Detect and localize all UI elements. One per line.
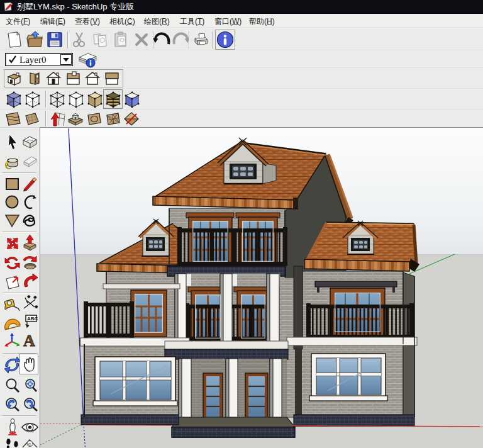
svg-text:⁕: ⁕ [34,304,38,310]
svg-text:c: c [28,441,31,447]
svg-text:ABC: ABC [27,316,38,322]
svg-text:⁕: ⁕ [26,294,31,300]
svg-text:⁕: ⁕ [33,294,38,301]
svg-text:A: A [23,332,35,350]
